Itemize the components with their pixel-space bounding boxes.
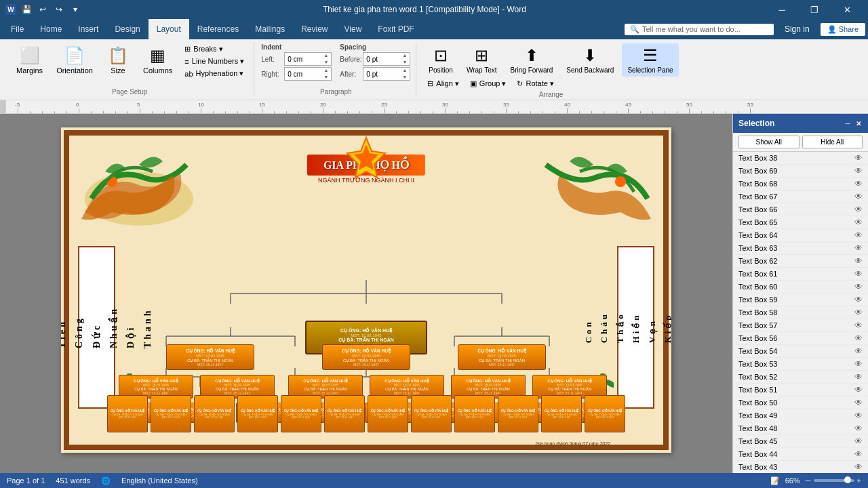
l4-node-2[interactable]: CỤ ÔNG: HỒ VĂN HUỆCỤ BÀ: TRẦN THỊ NGÂNMS… [151,395,191,432]
indent-left-down[interactable]: ▼ [323,59,328,66]
visibility-toggle-icon[interactable]: 👁 [854,166,863,176]
sign-in-button[interactable]: Sign in [779,22,815,37]
selection-list-item[interactable]: Text Box 51👁 [733,384,868,396]
line-numbers-button[interactable]: ≡ Line Numbers ▾ [180,56,248,67]
zoom-control[interactable]: ─ + [806,476,861,485]
selection-list-item[interactable]: Text Box 60👁 [733,281,868,293]
tab-home[interactable]: Home [32,19,70,39]
spacing-after-spinner[interactable]: ▲ ▼ [402,67,407,81]
visibility-toggle-icon[interactable]: 👁 [854,385,863,394]
selection-list-item[interactable]: Text Box 68👁 [733,178,868,190]
l4-node-1[interactable]: CỤ ÔNG: HỒ VĂN HUỆCỤ BÀ: TRẦN THỊ NGÂNMS… [107,395,148,432]
tab-file[interactable]: File [3,19,32,39]
indent-right-input[interactable]: 0 cm ▲ ▼ [284,67,332,81]
visibility-toggle-icon[interactable]: 👁 [854,218,863,227]
send-backward-button[interactable]: ⬇ Send Backward [561,43,619,77]
tab-design[interactable]: Design [106,19,148,39]
selection-list-item[interactable]: Text Box 65👁 [733,216,868,229]
visibility-toggle-icon[interactable]: 👁 [854,424,863,433]
spacing-before-down[interactable]: ▼ [402,59,407,66]
selection-list-item[interactable]: Text Box 53👁 [733,358,868,371]
tab-layout[interactable]: Layout [149,19,189,39]
visibility-toggle-icon[interactable]: 👁 [854,321,863,330]
spacing-before-input[interactable]: 0 pt ▲ ▼ [363,52,410,66]
l4-node-8[interactable]: CỤ ÔNG: HỒ VĂN HUỆCỤ BÀ: TRẦN THỊ NGÂNMS… [411,395,452,432]
l1-node-3[interactable]: CỤ ÔNG: HỒ VĂN HUỆ MST: 13.03.1945 CỤ BÀ… [458,344,546,370]
visibility-toggle-icon[interactable]: 👁 [854,269,863,279]
selection-list-item[interactable]: Text Box 62👁 [733,255,868,268]
orientation-button[interactable]: 📄 Orientation [51,43,98,77]
selection-list-item[interactable]: Text Box 57👁 [733,319,868,332]
selection-list-item[interactable]: Text Box 52👁 [733,371,868,384]
bring-forward-button[interactable]: ⬆ Bring Forward [505,43,559,77]
indent-left-up[interactable]: ▲ [323,52,328,59]
share-button[interactable]: 👤 Share [821,23,865,36]
l4-node-6[interactable]: CỤ ÔNG: HỒ VĂN HUỆCỤ BÀ: TRẦN THỊ NGÂNMS… [324,395,365,432]
hyphenation-button[interactable]: ab Hyphenation ▾ [180,68,248,79]
l4-node-5[interactable]: CỤ ÔNG: HỒ VĂN HUỆCỤ BÀ: TRẦN THỊ NGÂNMS… [281,395,321,432]
visibility-toggle-icon[interactable]: 👁 [854,359,863,369]
position-button[interactable]: ⊡ Position [423,43,458,77]
search-bar[interactable]: 🔍 Tell me what you want to do... [625,24,774,35]
selection-list-item[interactable]: Text Box 50👁 [733,396,868,409]
visibility-toggle-icon[interactable]: 👁 [854,205,863,214]
visibility-toggle-icon[interactable]: 👁 [854,282,863,291]
minimize-button[interactable]: ─ [766,0,797,19]
visibility-toggle-icon[interactable]: 👁 [854,462,863,472]
visibility-toggle-icon[interactable]: 👁 [854,243,863,253]
close-button[interactable]: ✕ [831,0,863,19]
zoom-thumb[interactable] [844,476,851,483]
selection-list-item[interactable]: Text Box 43👁 [733,461,868,473]
selection-list-item[interactable]: Text Box 61👁 [733,268,868,281]
visibility-toggle-icon[interactable]: 👁 [854,346,863,356]
margins-button[interactable]: ⬜ Margins [11,43,48,77]
visibility-toggle-icon[interactable]: 👁 [854,398,863,407]
selection-panel-close-button[interactable]: ✕ [854,119,863,127]
spacing-before-up[interactable]: ▲ [402,52,407,59]
visibility-toggle-icon[interactable]: 👁 [854,295,863,304]
tab-review[interactable]: Review [293,19,336,39]
visibility-toggle-icon[interactable]: 👁 [854,436,863,446]
visibility-toggle-icon[interactable]: 👁 [854,333,863,343]
customize-quick-access-button[interactable]: ▾ [68,2,83,17]
selection-list-item[interactable]: Text Box 66👁 [733,203,868,216]
indent-left-input[interactable]: 0 cm ▲ ▼ [284,52,332,66]
selection-list-item[interactable]: Text Box 67👁 [733,190,868,203]
hide-all-button[interactable]: Hide All [802,136,863,148]
selection-list-item[interactable]: Text Box 63👁 [733,242,868,255]
tab-insert[interactable]: Insert [70,19,106,39]
visibility-toggle-icon[interactable]: 👁 [854,230,863,240]
selection-list-item[interactable]: Text Box 45👁 [733,435,868,448]
selection-pane-button[interactable]: ☰ Selection Pane [622,43,678,77]
selection-list-item[interactable]: Text Box 69👁 [733,165,868,178]
align-button[interactable]: ⊟ Align ▾ [423,78,463,89]
show-all-button[interactable]: Show All [738,136,800,148]
indent-left-spinner[interactable]: ▲ ▼ [323,52,328,66]
tab-foxit[interactable]: Foxit PDF [370,19,422,39]
selection-list-item[interactable]: Text Box 56👁 [733,332,868,345]
selection-list-item[interactable]: Text Box 48👁 [733,422,868,435]
indent-right-down[interactable]: ▼ [323,74,328,81]
l4-node-10[interactable]: CỤ ÔNG: HỒ VĂN HUỆCỤ BÀ: TRẦN THỊ NGÂNMS… [498,395,538,432]
size-button[interactable]: 📋 Size [101,43,135,77]
l4-node-4[interactable]: CỤ ÔNG: HỒ VĂN HUỆCỤ BÀ: TRẦN THỊ NGÂNMS… [237,395,278,432]
restore-button[interactable]: ❐ [799,0,830,19]
selection-list-item[interactable]: Text Box 58👁 [733,306,868,319]
redo-button[interactable]: ↪ [52,2,66,17]
l1-node-2[interactable]: CỤ ÔNG: HỒ VĂN HUỆ MST: 13.03.1945 CỤ BÀ… [322,344,410,370]
visibility-toggle-icon[interactable]: 👁 [854,179,863,188]
l4-node-7[interactable]: CỤ ÔNG: HỒ VĂN HUỆCỤ BÀ: TRẦN THỊ NGÂNMS… [368,395,408,432]
spacing-before-spinner[interactable]: ▲ ▼ [402,52,407,66]
l4-node-3[interactable]: CỤ ÔNG: HỒ VĂN HUỆCỤ BÀ: TRẦN THỊ NGÂNMS… [194,395,235,432]
selection-list-item[interactable]: Text Box 49👁 [733,409,868,422]
selection-list-item[interactable]: Text Box 44👁 [733,448,868,461]
visibility-toggle-icon[interactable]: 👁 [854,411,863,420]
selection-panel-collapse-button[interactable]: ─ [844,119,852,127]
selection-list-item[interactable]: Text Box 38👁 [733,152,868,165]
wrap-text-button[interactable]: ⊞ Wrap Text [461,43,502,77]
l4-node-9[interactable]: CỤ ÔNG: HỒ VĂN HUỆCỤ BÀ: TRẦN THỊ NGÂNMS… [454,395,495,432]
tab-references[interactable]: References [189,19,247,39]
l4-node-11[interactable]: CỤ ÔNG: HỒ VĂN HUỆCỤ BÀ: TRẦN THỊ NGÂNMS… [541,395,582,432]
selection-list-item[interactable]: Text Box 59👁 [733,293,868,306]
l1-node-1[interactable]: CỤ ÔNG: HỒ VĂN HUỆ MST: 13.03.1945 CỤ BÀ… [166,344,254,370]
